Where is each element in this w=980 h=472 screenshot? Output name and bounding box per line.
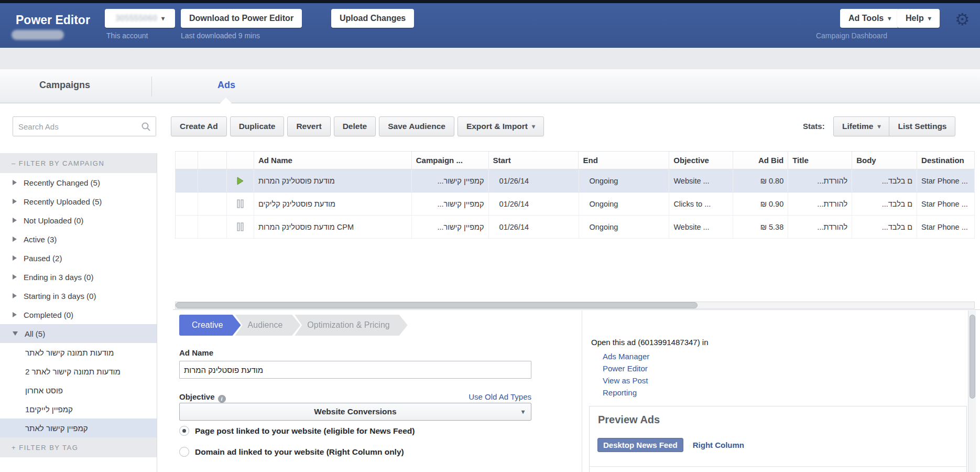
sidebar-filter-starting-in-3-days-0[interactable]: Starting in 3 days (0) [0,286,157,305]
scrollbar-thumb[interactable] [176,302,698,308]
campaign-list: מודעות תמונה קישור לאתרמודעות תמונה קישו… [0,343,157,437]
toolbar-button-duplicate[interactable]: Duplicate [230,116,285,136]
list-settings-label: List Settings [898,122,946,131]
ad-tools-button[interactable]: Ad Tools ▾ [840,9,899,28]
search-input[interactable] [13,117,156,136]
editor-tab-audience[interactable]: Audience [235,315,301,336]
sidebar-filter-active-3[interactable]: Active (3) [0,230,157,249]
toolbar-button-create-ad[interactable]: Create Ad [171,116,227,136]
link-reporting[interactable]: Reporting [603,387,649,399]
panel-vertical-scrollbar[interactable] [968,310,976,472]
toolbar-button-revert[interactable]: Revert [287,116,330,136]
filter-by-campaign-header[interactable]: – FILTER BY CAMPAIGN [0,153,157,173]
button-label: Delete [343,122,367,131]
column-header-end[interactable]: End [579,152,669,169]
status-cell[interactable] [227,216,254,238]
sidebar-campaign-item[interactable]: קמפיין לייקים1 [0,400,157,419]
table-row[interactable]: מודעת פוסטלינק המרות CPM...קמפיין קישור0… [176,216,975,239]
app-title: Power Editor [16,13,90,27]
dashboard-caption: Campaign Dashboard [810,31,894,40]
column-header-title[interactable]: Title [788,152,852,169]
radio-domain-ad-label: Domain ad linked to your website (Right … [195,447,404,457]
sidebar-filter-ending-in-3-days-0[interactable]: Ending in 3 days (0) [0,267,157,286]
account-selector[interactable]: 305555060 ▾ [105,9,175,28]
stats-range-button[interactable]: Lifetime ▾ [833,116,889,136]
gear-icon[interactable]: ⚙ [955,9,970,29]
column-header-ad-bid[interactable]: Ad Bid [733,152,788,169]
radio-page-post[interactable] [179,426,189,436]
filter-label: Not Uploaded (0) [24,216,83,225]
upload-changes-button[interactable]: Upload Changes [331,9,414,28]
column-header-ad-name[interactable]: Ad Name [254,152,412,169]
sidebar-filter-recently-uploaded-5[interactable]: Recently Uploaded (5) [0,192,157,211]
tab-campaigns[interactable]: Campaigns [39,80,90,91]
toolbar-button-delete[interactable]: Delete [334,116,376,136]
cell-ad-bid: ₪ 5.38 [733,216,788,238]
tab-ads[interactable]: Ads [217,80,235,91]
open-ad-text: Open this ad (6013991487347) in [591,338,709,347]
cell-ad-bid: ₪ 0.80 [733,169,788,192]
table-row[interactable]: מודעת פוסטלינק המרות...קמפיין קישור01/26… [176,169,975,192]
sidebar-filter-paused-2[interactable]: Paused (2) [0,249,157,267]
editor-panel-border [173,309,980,310]
row-gutter [198,192,227,215]
column-header-start[interactable]: Start [489,152,579,169]
help-button[interactable]: Help ▾ [897,9,940,28]
info-icon[interactable]: i [218,395,226,403]
chevron-right-icon [13,274,17,280]
link-view-as-post[interactable]: View as Post [603,374,649,387]
sidebar-filter-all-5[interactable]: All (5) [0,324,157,343]
sidebar-filter-completed-0[interactable]: Completed (0) [0,305,157,324]
ad-name-input[interactable] [179,361,531,379]
sidebar-campaign-item[interactable]: מודעות תמונה קישור לאתר 2 [0,362,157,381]
cell-destination: Star Phone ... [917,192,975,215]
column-header-body[interactable]: Body [852,152,917,169]
cell-campaign: ...קמפיין קישור [412,216,489,238]
table-horizontal-scrollbar[interactable] [175,302,975,309]
link-ads-manager[interactable]: Ads Manager [603,350,649,362]
use-old-ad-types-link[interactable]: Use Old Ad Types [441,392,531,401]
caret-down-icon: ▾ [161,15,165,22]
link-power-editor[interactable]: Power Editor [603,362,649,374]
column-header-campaign[interactable]: Campaign ... [412,152,489,169]
sidebar-filter-not-uploaded-0[interactable]: Not Uploaded (0) [0,211,157,230]
editor-tab-optimization-pricing[interactable]: Optimization & Pricing [295,315,407,336]
radio-domain-ad[interactable] [179,447,189,457]
objective-select[interactable]: Website Conversions ▾ [179,403,531,421]
sidebar-campaign-item[interactable]: מודעות תמונה קישור לאתר [0,343,157,362]
column-header-destination[interactable]: Destination [917,152,975,169]
cell-objective: Clicks to ... [669,192,733,215]
status-cell[interactable] [227,192,254,215]
sidebar-campaign-item[interactable]: פוסט אחרון [0,381,157,400]
download-button[interactable]: Download to Power Editor [181,9,302,28]
row-gutter [176,216,198,238]
preview-tab-desktop-news-feed[interactable]: Desktop News Feed [597,438,683,452]
filter-by-tag-header[interactable]: + FILTER BY TAG [0,437,157,457]
radio-row-page-post: Page post linked to your website (eligib… [179,426,415,436]
caret-down-icon: ▾ [888,15,891,22]
editor-tab-creative[interactable]: Creative [179,315,241,336]
objective-text: Objective [179,392,215,401]
preview-tab-right-column[interactable]: Right Column [693,441,744,449]
toolbar-button-save-audience[interactable]: Save Audience [379,116,454,136]
scrollbar-thumb[interactable] [970,315,975,399]
cell-body: ...ם בלבד [852,169,917,192]
list-settings-button[interactable]: List Settings [889,116,955,136]
ad-name-label: Ad Name [179,348,213,357]
chevron-right-icon [13,218,17,223]
sidebar-campaign-item[interactable]: קמפיין קישור לאתר [0,419,157,437]
help-label: Help [906,14,924,23]
cell-end: Ongoing [579,192,670,215]
filter-label: Starting in 3 days (0) [24,292,96,301]
table-row[interactable]: מודעת פוסטלינק קליקים...קמפיין קישור01/2… [176,192,975,216]
cell-destination: Star Phone ... [917,216,975,238]
nav-tab-row: Campaigns Ads [0,69,980,103]
status-cell[interactable] [227,169,254,192]
sidebar-filter-recently-changed-5[interactable]: Recently Changed (5) [0,173,157,192]
ads-table: Ad NameCampaign ...StartEndObjectiveAd B… [175,151,975,239]
caret-down-icon: ▾ [532,123,535,130]
toolbar-button-export-import[interactable]: Export & Import▾ [458,116,544,136]
column-header-objective[interactable]: Objective [669,152,733,169]
button-label: Duplicate [239,122,276,131]
ad-tools-label: Ad Tools [848,14,884,23]
